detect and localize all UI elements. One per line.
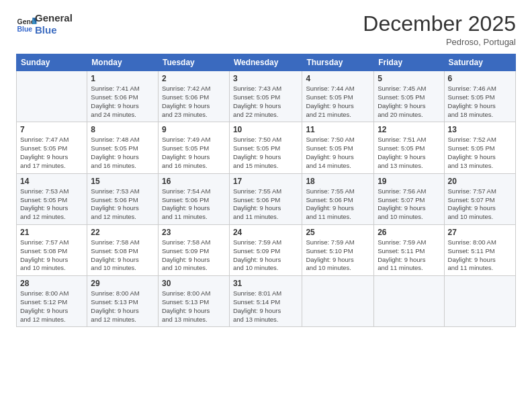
day-number-10: 10	[233, 125, 298, 134]
day-number-24: 24	[233, 228, 298, 237]
day-info-27: Sunrise: 8:00 AM Sunset: 5:11 PM Dayligh…	[448, 238, 512, 273]
day-info-21: Sunrise: 7:57 AM Sunset: 5:08 PM Dayligh…	[20, 238, 83, 273]
day-number-29: 29	[91, 279, 154, 288]
day-number-1: 1	[91, 74, 154, 83]
page: General Blue General Blue December 2025 …	[0, 0, 532, 411]
cell-w2-d6: 13Sunrise: 7:52 AM Sunset: 5:05 PM Dayli…	[444, 122, 515, 173]
day-info-1: Sunrise: 7:41 AM Sunset: 5:06 PM Dayligh…	[91, 85, 154, 119]
weekday-header-row: Sunday Monday Tuesday Wednesday Thursday…	[17, 54, 516, 71]
day-number-14: 14	[20, 177, 83, 186]
cell-w4-d1: 22Sunrise: 7:58 AM Sunset: 5:08 PM Dayli…	[87, 224, 159, 275]
day-number-2: 2	[162, 74, 226, 83]
day-info-9: Sunrise: 7:49 AM Sunset: 5:05 PM Dayligh…	[162, 136, 226, 170]
cell-w3-d3: 17Sunrise: 7:55 AM Sunset: 5:06 PM Dayli…	[229, 173, 302, 224]
day-number-4: 4	[306, 74, 370, 83]
cell-w4-d4: 25Sunrise: 7:59 AM Sunset: 5:10 PM Dayli…	[302, 224, 374, 275]
cell-w1-d0	[17, 71, 87, 122]
day-number-5: 5	[378, 74, 440, 83]
day-info-29: Sunrise: 8:00 AM Sunset: 5:13 PM Dayligh…	[91, 289, 154, 324]
day-info-8: Sunrise: 7:48 AM Sunset: 5:05 PM Dayligh…	[91, 136, 154, 170]
header-thursday: Thursday	[302, 54, 374, 71]
day-number-3: 3	[233, 74, 298, 83]
day-info-23: Sunrise: 7:58 AM Sunset: 5:09 PM Dayligh…	[162, 238, 226, 273]
day-info-4: Sunrise: 7:44 AM Sunset: 5:05 PM Dayligh…	[306, 85, 370, 119]
cell-w3-d4: 18Sunrise: 7:55 AM Sunset: 5:06 PM Dayli…	[302, 173, 374, 224]
day-info-11: Sunrise: 7:50 AM Sunset: 5:05 PM Dayligh…	[306, 136, 370, 170]
day-number-22: 22	[91, 228, 154, 237]
day-info-2: Sunrise: 7:42 AM Sunset: 5:06 PM Dayligh…	[162, 85, 226, 119]
cell-w2-d1: 8Sunrise: 7:48 AM Sunset: 5:05 PM Daylig…	[87, 122, 159, 173]
day-number-26: 26	[378, 228, 440, 237]
day-number-18: 18	[306, 177, 370, 186]
day-info-20: Sunrise: 7:57 AM Sunset: 5:07 PM Dayligh…	[448, 187, 512, 222]
day-number-7: 7	[20, 125, 83, 134]
day-number-21: 21	[20, 228, 83, 237]
day-info-25: Sunrise: 7:59 AM Sunset: 5:10 PM Dayligh…	[306, 238, 370, 273]
cell-w1-d5: 5Sunrise: 7:45 AM Sunset: 5:05 PM Daylig…	[374, 71, 444, 122]
day-number-28: 28	[20, 279, 83, 288]
day-info-12: Sunrise: 7:51 AM Sunset: 5:05 PM Dayligh…	[378, 136, 440, 170]
header: General Blue General Blue December 2025 …	[16, 12, 516, 47]
cell-w4-d6: 27Sunrise: 8:00 AM Sunset: 5:11 PM Dayli…	[444, 224, 515, 275]
day-info-16: Sunrise: 7:54 AM Sunset: 5:06 PM Dayligh…	[162, 187, 226, 222]
svg-text:Blue: Blue	[17, 26, 33, 33]
header-tuesday: Tuesday	[158, 54, 229, 71]
day-info-5: Sunrise: 7:45 AM Sunset: 5:05 PM Dayligh…	[378, 85, 440, 119]
day-info-26: Sunrise: 7:59 AM Sunset: 5:11 PM Dayligh…	[378, 238, 440, 273]
day-info-19: Sunrise: 7:56 AM Sunset: 5:07 PM Dayligh…	[378, 187, 440, 222]
day-number-19: 19	[378, 177, 440, 186]
day-number-16: 16	[162, 177, 226, 186]
cell-w4-d5: 26Sunrise: 7:59 AM Sunset: 5:11 PM Dayli…	[374, 224, 444, 275]
cell-w4-d3: 24Sunrise: 7:59 AM Sunset: 5:09 PM Dayli…	[229, 224, 302, 275]
cell-w2-d5: 12Sunrise: 7:51 AM Sunset: 5:05 PM Dayli…	[374, 122, 444, 173]
logo-blue: Blue	[35, 24, 57, 36]
day-info-17: Sunrise: 7:55 AM Sunset: 5:06 PM Dayligh…	[233, 187, 298, 222]
day-number-15: 15	[91, 177, 154, 186]
cell-w3-d6: 20Sunrise: 7:57 AM Sunset: 5:07 PM Dayli…	[444, 173, 515, 224]
location: Pedroso, Portugal	[363, 37, 516, 47]
cell-w5-d1: 29Sunrise: 8:00 AM Sunset: 5:13 PM Dayli…	[87, 276, 159, 327]
cell-w4-d2: 23Sunrise: 7:58 AM Sunset: 5:09 PM Dayli…	[158, 224, 229, 275]
day-number-20: 20	[448, 177, 512, 186]
week-row-5: 28Sunrise: 8:00 AM Sunset: 5:12 PM Dayli…	[17, 276, 516, 327]
cell-w1-d1: 1Sunrise: 7:41 AM Sunset: 5:06 PM Daylig…	[87, 71, 159, 122]
cell-w4-d0: 21Sunrise: 7:57 AM Sunset: 5:08 PM Dayli…	[17, 224, 87, 275]
header-saturday: Saturday	[444, 54, 515, 71]
day-info-7: Sunrise: 7:47 AM Sunset: 5:05 PM Dayligh…	[20, 136, 83, 170]
day-number-25: 25	[306, 228, 370, 237]
cell-w5-d3: 31Sunrise: 8:01 AM Sunset: 5:14 PM Dayli…	[229, 276, 302, 327]
cell-w2-d2: 9Sunrise: 7:49 AM Sunset: 5:05 PM Daylig…	[158, 122, 229, 173]
cell-w1-d6: 6Sunrise: 7:46 AM Sunset: 5:05 PM Daylig…	[444, 71, 515, 122]
week-row-3: 14Sunrise: 7:53 AM Sunset: 5:05 PM Dayli…	[17, 173, 516, 224]
day-info-13: Sunrise: 7:52 AM Sunset: 5:05 PM Dayligh…	[448, 136, 512, 170]
cell-w5-d0: 28Sunrise: 8:00 AM Sunset: 5:12 PM Dayli…	[17, 276, 87, 327]
day-number-12: 12	[378, 125, 440, 134]
cell-w5-d5	[374, 276, 444, 327]
cell-w2-d3: 10Sunrise: 7:50 AM Sunset: 5:05 PM Dayli…	[229, 122, 302, 173]
cell-w3-d1: 15Sunrise: 7:53 AM Sunset: 5:06 PM Dayli…	[87, 173, 159, 224]
day-number-9: 9	[162, 125, 226, 134]
day-info-6: Sunrise: 7:46 AM Sunset: 5:05 PM Dayligh…	[448, 85, 512, 119]
day-number-30: 30	[162, 279, 226, 288]
week-row-2: 7Sunrise: 7:47 AM Sunset: 5:05 PM Daylig…	[17, 122, 516, 173]
day-info-10: Sunrise: 7:50 AM Sunset: 5:05 PM Dayligh…	[233, 136, 298, 170]
day-number-31: 31	[233, 279, 298, 288]
day-info-31: Sunrise: 8:01 AM Sunset: 5:14 PM Dayligh…	[233, 289, 298, 324]
cell-w5-d6	[444, 276, 515, 327]
calendar-table: Sunday Monday Tuesday Wednesday Thursday…	[16, 54, 516, 327]
day-info-22: Sunrise: 7:58 AM Sunset: 5:08 PM Dayligh…	[91, 238, 154, 273]
day-info-24: Sunrise: 7:59 AM Sunset: 5:09 PM Dayligh…	[233, 238, 298, 273]
week-row-4: 21Sunrise: 7:57 AM Sunset: 5:08 PM Dayli…	[17, 224, 516, 275]
month-title: December 2025	[363, 12, 516, 36]
header-friday: Friday	[374, 54, 444, 71]
day-number-11: 11	[306, 125, 370, 134]
cell-w2-d4: 11Sunrise: 7:50 AM Sunset: 5:05 PM Dayli…	[302, 122, 374, 173]
cell-w3-d5: 19Sunrise: 7:56 AM Sunset: 5:07 PM Dayli…	[374, 173, 444, 224]
cell-w3-d0: 14Sunrise: 7:53 AM Sunset: 5:05 PM Dayli…	[17, 173, 87, 224]
header-wednesday: Wednesday	[229, 54, 302, 71]
cell-w5-d2: 30Sunrise: 8:00 AM Sunset: 5:13 PM Dayli…	[158, 276, 229, 327]
day-number-13: 13	[448, 125, 512, 134]
day-number-8: 8	[91, 125, 154, 134]
day-info-14: Sunrise: 7:53 AM Sunset: 5:05 PM Dayligh…	[20, 187, 83, 222]
header-monday: Monday	[87, 54, 159, 71]
